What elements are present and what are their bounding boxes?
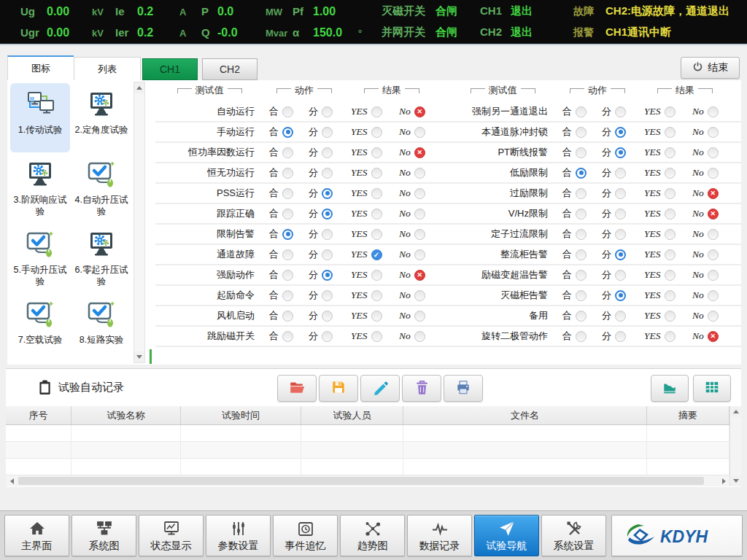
nav-system-diagram-button[interactable]: 系统图 (71, 515, 136, 556)
yes-radio[interactable] (371, 209, 382, 219)
open-radio[interactable] (322, 249, 333, 260)
yes-radio[interactable] (371, 290, 382, 301)
no-radio[interactable] (414, 229, 425, 240)
records-col-header[interactable]: 试验时间 (181, 406, 301, 424)
close-radio[interactable] (282, 311, 293, 322)
close-radio[interactable] (282, 270, 293, 281)
close-radio[interactable] (576, 106, 587, 117)
records-empty-row[interactable] (6, 442, 729, 459)
records-horizontal-scrollbar[interactable] (6, 475, 729, 486)
brand-logo-button[interactable]: KDYH (611, 515, 743, 556)
test-item-2[interactable]: 2.定角度试验 (71, 83, 131, 152)
records-empty-row[interactable] (6, 425, 729, 442)
no-radio[interactable] (414, 168, 425, 179)
records-col-header[interactable]: 文件名 (403, 406, 647, 424)
test-item-4[interactable]: 4.自动升压试验 (71, 153, 131, 222)
close-radio[interactable] (576, 290, 587, 301)
no-radio[interactable] (708, 229, 719, 240)
yes-radio[interactable] (371, 147, 382, 158)
yes-radio[interactable] (371, 127, 382, 138)
yes-radio[interactable] (665, 127, 676, 138)
no-radio[interactable] (414, 331, 425, 342)
open-radio[interactable] (615, 229, 626, 240)
yes-radio[interactable] (371, 311, 382, 322)
delete-record-button[interactable] (402, 375, 441, 402)
no-radio[interactable] (414, 188, 425, 199)
close-radio[interactable] (282, 249, 293, 260)
records-col-header[interactable]: 试验名称 (71, 406, 181, 424)
close-radio[interactable] (576, 147, 587, 158)
close-radio[interactable] (576, 229, 587, 240)
close-radio[interactable] (282, 168, 293, 179)
no-radio[interactable] (414, 311, 425, 322)
records-col-header[interactable]: 试验人员 (301, 406, 403, 424)
yes-radio[interactable] (665, 147, 676, 158)
no-radio[interactable] (708, 147, 719, 158)
open-radio[interactable] (322, 106, 333, 117)
open-radio[interactable] (322, 127, 333, 138)
yes-radio[interactable] (371, 106, 382, 117)
yes-radio[interactable] (665, 270, 676, 281)
yes-radio[interactable] (665, 188, 676, 199)
view-chart-button[interactable] (651, 375, 689, 402)
open-radio[interactable] (615, 249, 626, 260)
yes-radio[interactable] (371, 229, 382, 240)
open-radio[interactable] (615, 331, 626, 342)
scroll-up-icon[interactable] (134, 82, 144, 93)
test-item-6[interactable]: 6.零起升压试验 (71, 223, 131, 292)
close-radio[interactable] (576, 127, 587, 138)
open-radio[interactable] (322, 331, 333, 342)
records-col-header[interactable]: 摘要 (647, 406, 729, 424)
yes-radio[interactable] (371, 249, 382, 260)
open-radio[interactable] (615, 290, 626, 301)
open-radio[interactable] (322, 290, 333, 301)
open-radio[interactable] (322, 168, 333, 179)
open-radio[interactable] (615, 188, 626, 199)
sidebar-scrollbar[interactable] (133, 82, 145, 363)
test-item-5[interactable]: 5.手动升压试验 (10, 223, 70, 292)
test-item-8[interactable]: 8.短路实验 (71, 293, 131, 362)
open-radio[interactable] (322, 147, 333, 158)
no-radio[interactable] (708, 290, 719, 301)
no-radio[interactable] (708, 188, 719, 199)
close-radio[interactable] (576, 311, 587, 322)
open-radio[interactable] (322, 229, 333, 240)
close-radio[interactable] (576, 168, 587, 179)
channel-tab-CH1[interactable]: CH1 (142, 58, 198, 80)
nav-waveform-button[interactable]: 数据记录 (407, 515, 472, 556)
no-radio[interactable] (414, 127, 425, 138)
open-radio[interactable] (615, 168, 626, 179)
records-col-header[interactable]: 序号 (6, 406, 71, 424)
close-radio[interactable] (576, 331, 587, 342)
scrollbar-thumb[interactable] (18, 477, 704, 485)
open-radio[interactable] (322, 209, 333, 219)
no-radio[interactable] (708, 209, 719, 219)
no-radio[interactable] (414, 249, 425, 260)
channel-tab-CH2[interactable]: CH2 (202, 58, 258, 80)
nav-trend-graph-button[interactable]: 趋势图 (340, 515, 405, 556)
records-vertical-scrollbar[interactable] (729, 406, 741, 486)
print-record-button[interactable] (444, 375, 483, 402)
close-radio[interactable] (282, 127, 293, 138)
nav-event-clock-button[interactable]: 事件追忆 (273, 515, 338, 556)
open-radio[interactable] (615, 270, 626, 281)
no-radio[interactable] (414, 106, 425, 117)
open-radio[interactable] (322, 311, 333, 322)
close-radio[interactable] (282, 229, 293, 240)
edit-record-button[interactable] (360, 375, 400, 402)
open-radio[interactable] (615, 127, 626, 138)
no-radio[interactable] (708, 331, 719, 342)
yes-radio[interactable] (371, 270, 382, 281)
close-radio[interactable] (282, 106, 293, 117)
close-radio[interactable] (282, 209, 293, 219)
records-empty-row[interactable] (6, 459, 729, 475)
close-radio[interactable] (282, 331, 293, 342)
open-radio[interactable] (322, 188, 333, 199)
no-radio[interactable] (708, 106, 719, 117)
close-radio[interactable] (282, 290, 293, 301)
no-radio[interactable] (708, 311, 719, 322)
close-radio[interactable] (576, 188, 587, 199)
open-radio[interactable] (615, 147, 626, 158)
open-radio[interactable] (615, 209, 626, 219)
yes-radio[interactable] (371, 331, 382, 342)
